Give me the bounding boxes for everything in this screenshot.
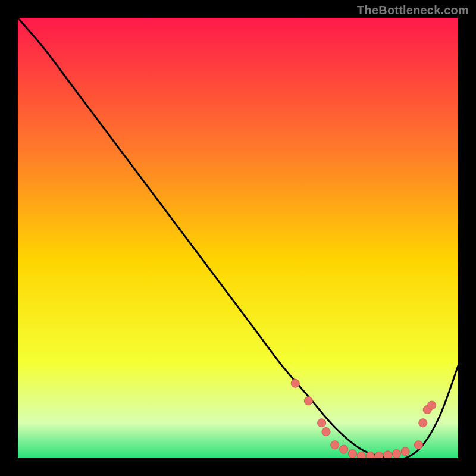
data-marker [366,452,374,458]
data-marker [357,452,365,458]
data-marker [318,419,326,427]
data-marker [322,428,330,436]
data-marker [384,451,392,458]
attribution-text: TheBottleneck.com [357,4,469,17]
data-marker [419,419,427,427]
data-marker [348,450,356,458]
data-marker [428,401,436,409]
chart-svg [18,18,458,458]
chart-frame: TheBottleneck.com [0,0,476,476]
data-marker [291,379,299,387]
gradient-background [18,18,458,458]
data-marker [392,450,400,458]
data-marker [414,441,422,449]
plot-area [18,18,458,458]
data-marker [304,397,312,405]
data-marker [375,452,383,458]
data-marker [340,445,348,453]
data-marker [331,441,339,449]
data-marker [401,447,409,456]
